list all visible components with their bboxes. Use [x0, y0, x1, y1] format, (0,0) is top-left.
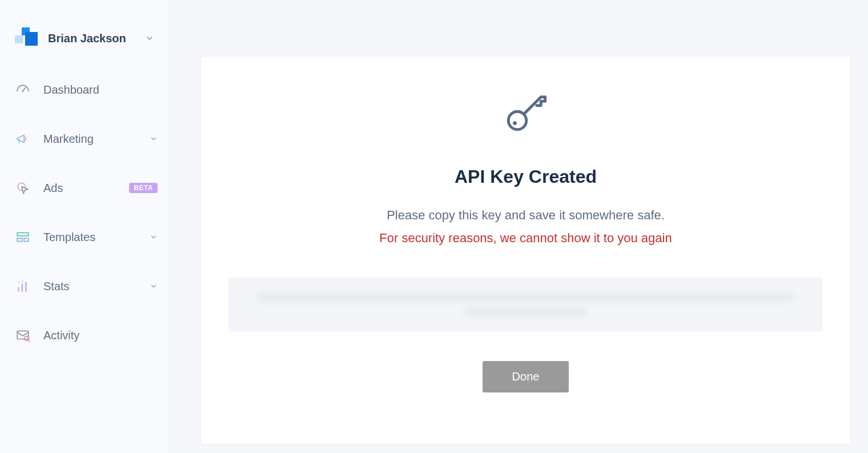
chevron-down-icon — [150, 282, 158, 290]
sidebar-item-activity[interactable]: Activity — [15, 328, 158, 343]
gauge-icon — [15, 82, 31, 97]
templates-icon — [15, 230, 31, 244]
chevron-down-icon — [150, 135, 158, 143]
sidebar-item-label: Ads — [43, 182, 116, 195]
svg-rect-3 — [17, 232, 29, 235]
instruction-text: Please copy this key and save it somewhe… — [387, 208, 665, 223]
redacted-key-line — [257, 292, 795, 302]
main-content: API Key Created Please copy this key and… — [170, 0, 868, 453]
svg-point-9 — [18, 282, 19, 283]
beta-badge: BETA — [129, 183, 158, 193]
sidebar-nav: Dashboard Marketing — [15, 82, 158, 343]
svg-point-15 — [513, 121, 517, 125]
sidebar-item-label: Templates — [43, 231, 137, 244]
stats-icon — [15, 279, 31, 294]
cursor-icon — [15, 181, 31, 195]
redacted-key-line — [464, 307, 588, 316]
api-key-created-card: API Key Created Please copy this key and… — [200, 56, 851, 444]
key-icon — [500, 86, 552, 140]
activity-icon — [15, 328, 31, 343]
megaphone-icon — [15, 131, 31, 146]
card-title: API Key Created — [455, 166, 597, 187]
brand-logo-icon — [15, 27, 38, 49]
chevron-down-icon — [150, 233, 158, 241]
account-name: Brian Jackson — [48, 32, 135, 45]
sidebar-item-ads[interactable]: Ads BETA — [15, 181, 158, 195]
sidebar-item-templates[interactable]: Templates — [15, 230, 158, 244]
sidebar-item-marketing[interactable]: Marketing — [15, 131, 158, 146]
sidebar-item-label: Activity — [43, 329, 158, 342]
account-switcher[interactable]: Brian Jackson — [15, 27, 158, 49]
api-key-display[interactable] — [228, 278, 823, 331]
sidebar-item-label: Stats — [43, 280, 137, 293]
sidebar-item-stats[interactable]: Stats — [15, 279, 158, 294]
svg-rect-11 — [17, 331, 29, 339]
svg-rect-5 — [24, 238, 29, 241]
svg-line-13 — [28, 340, 30, 342]
sidebar-item-dashboard[interactable]: Dashboard — [15, 82, 158, 97]
svg-point-10 — [22, 280, 23, 282]
sidebar: Brian Jackson Dashboard — [0, 0, 170, 453]
sidebar-item-label: Dashboard — [43, 83, 158, 97]
svg-rect-4 — [17, 238, 22, 241]
chevron-down-icon — [145, 34, 154, 43]
done-button[interactable]: Done — [483, 361, 569, 392]
svg-point-1 — [22, 90, 23, 92]
sidebar-item-label: Marketing — [43, 133, 137, 146]
warning-text: For security reasons, we cannot show it … — [379, 231, 672, 246]
